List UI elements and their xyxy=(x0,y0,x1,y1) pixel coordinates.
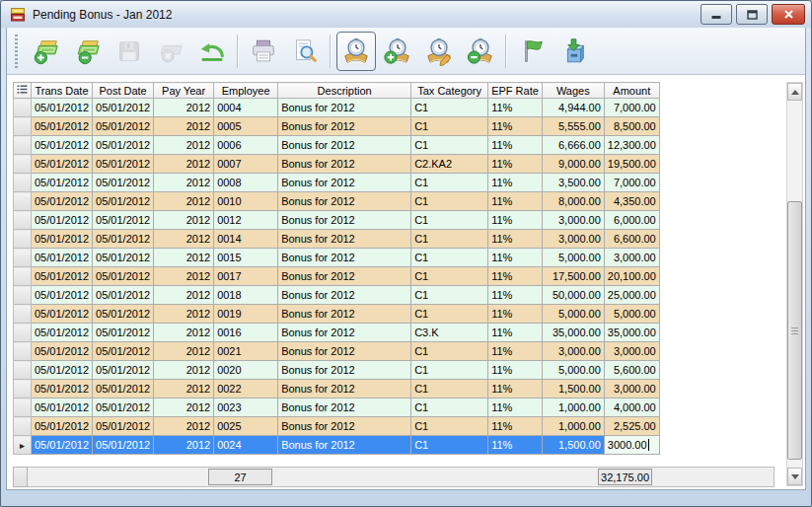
cell-employee[interactable]: 0006 xyxy=(214,136,278,155)
cell-post-date[interactable]: 05/01/2012 xyxy=(93,192,154,211)
cell-trans-date[interactable]: 05/01/2012 xyxy=(32,286,93,305)
cell-pay-year[interactable]: 2012 xyxy=(154,417,214,436)
scroll-up-button[interactable] xyxy=(787,83,802,101)
cell-tax-category[interactable]: C1 xyxy=(411,417,488,436)
cell-wages[interactable]: 17,500.00 xyxy=(542,267,604,286)
cell-trans-date[interactable]: 05/01/2012 xyxy=(32,436,93,455)
cell-epf-rate[interactable]: 11% xyxy=(488,211,543,230)
cell-post-date[interactable]: 05/01/2012 xyxy=(93,286,154,305)
column-header-pay-year[interactable]: Pay Year xyxy=(154,83,214,99)
vertical-scrollbar[interactable] xyxy=(786,82,803,486)
row-indicator[interactable] xyxy=(14,249,32,267)
cell-description[interactable]: Bonus for 2012 xyxy=(278,136,411,155)
cell-tax-category[interactable]: C1 xyxy=(411,117,488,136)
cell-tax-category[interactable]: C1 xyxy=(411,211,488,230)
cell-trans-date[interactable]: 05/01/2012 xyxy=(32,398,93,417)
cell-trans-date[interactable]: 05/01/2012 xyxy=(32,249,93,267)
cell-description[interactable]: Bonus for 2012 xyxy=(278,342,411,361)
row-indicator[interactable] xyxy=(14,380,32,398)
cell-tax-category[interactable]: C1 xyxy=(411,230,488,249)
cell-tax-category[interactable]: C1 xyxy=(411,380,488,398)
cell-tax-category[interactable]: C1 xyxy=(411,249,488,267)
cell-post-date[interactable]: 05/01/2012 xyxy=(93,324,154,342)
cell-amount[interactable]: 6,600.00 xyxy=(604,230,659,249)
column-header-description[interactable]: Description xyxy=(278,83,411,99)
pending-transactions-button[interactable] xyxy=(336,32,376,71)
add-pending-button[interactable] xyxy=(378,32,417,71)
cell-post-date[interactable]: 05/01/2012 xyxy=(93,361,154,380)
cell-wages[interactable]: 1,500.00 xyxy=(542,380,604,398)
cell-post-date[interactable]: 05/01/2012 xyxy=(93,305,154,324)
cell-wages[interactable]: 1,500.00 xyxy=(542,436,604,455)
cell-description[interactable]: Bonus for 2012 xyxy=(278,99,411,117)
cell-pay-year[interactable]: 2012 xyxy=(154,305,214,324)
cell-wages[interactable]: 35,000.00 xyxy=(542,324,604,342)
cell-trans-date[interactable]: 05/01/2012 xyxy=(32,174,93,192)
toolbar-grip[interactable] xyxy=(15,35,18,68)
row-indicator[interactable] xyxy=(14,155,32,174)
row-indicator[interactable] xyxy=(14,117,32,136)
cell-post-date[interactable]: 05/01/2012 xyxy=(93,342,154,361)
cell-employee[interactable]: 0021 xyxy=(214,342,278,361)
cell-post-date[interactable]: 05/01/2012 xyxy=(93,249,154,267)
column-header-post-date[interactable]: Post Date xyxy=(93,83,154,99)
cell-amount[interactable]: 4,350.00 xyxy=(604,192,659,211)
cell-post-date[interactable]: 05/01/2012 xyxy=(93,436,154,455)
cell-amount[interactable]: 7,000.00 xyxy=(604,99,659,117)
cell-epf-rate[interactable]: 11% xyxy=(488,267,543,286)
remove-record-button[interactable] xyxy=(68,32,108,71)
cell-trans-date[interactable]: 05/01/2012 xyxy=(32,324,93,342)
cell-post-date[interactable]: 05/01/2012 xyxy=(93,211,154,230)
cell-trans-date[interactable]: 05/01/2012 xyxy=(32,117,93,136)
cell-wages[interactable]: 9,000.00 xyxy=(542,155,604,174)
row-indicator[interactable] xyxy=(14,417,32,436)
cell-description[interactable]: Bonus for 2012 xyxy=(278,286,411,305)
cell-tax-category[interactable]: C1 xyxy=(411,174,488,192)
row-indicator[interactable] xyxy=(14,305,32,324)
cell-pay-year[interactable]: 2012 xyxy=(154,117,214,136)
cell-amount[interactable]: 25,000.00 xyxy=(604,286,659,305)
scrollbar-track[interactable] xyxy=(787,101,802,468)
row-indicator[interactable]: ▸ xyxy=(14,436,32,455)
cell-tax-category[interactable]: C1 xyxy=(411,436,488,455)
cell-tax-category[interactable]: C3.K xyxy=(411,324,488,342)
cell-employee[interactable]: 0023 xyxy=(214,398,278,417)
cell-trans-date[interactable]: 05/01/2012 xyxy=(32,99,93,117)
cell-pay-year[interactable]: 2012 xyxy=(154,211,214,230)
row-indicator[interactable] xyxy=(14,99,32,117)
column-chooser-button[interactable] xyxy=(14,83,32,99)
close-button[interactable] xyxy=(772,4,805,25)
cell-post-date[interactable]: 05/01/2012 xyxy=(93,174,154,192)
edit-pending-button[interactable] xyxy=(419,32,459,71)
row-indicator[interactable] xyxy=(14,398,32,417)
title-bar[interactable]: Pending Bonus - Jan 2012 xyxy=(1,1,811,28)
cell-amount[interactable]: 8,500.00 xyxy=(604,117,659,136)
cell-post-date[interactable]: 05/01/2012 xyxy=(93,398,154,417)
cell-amount[interactable]: 20,100.00 xyxy=(604,267,659,286)
cell-employee[interactable]: 0007 xyxy=(214,155,278,174)
print-preview-button[interactable] xyxy=(285,32,325,71)
cell-pay-year[interactable]: 2012 xyxy=(154,99,214,117)
cell-wages[interactable]: 3,000.00 xyxy=(542,230,604,249)
cell-employee[interactable]: 0008 xyxy=(214,174,278,192)
print-button[interactable] xyxy=(244,32,283,71)
cell-epf-rate[interactable]: 11% xyxy=(488,361,543,380)
cell-tax-category[interactable]: C1 xyxy=(411,192,488,211)
cell-epf-rate[interactable]: 11% xyxy=(488,342,543,361)
cell-tax-category[interactable]: C1 xyxy=(411,286,488,305)
cell-description[interactable]: Bonus for 2012 xyxy=(278,155,411,174)
cell-epf-rate[interactable]: 11% xyxy=(488,286,543,305)
cell-epf-rate[interactable]: 11% xyxy=(488,174,543,192)
column-header-epf-rate[interactable]: EPF Rate xyxy=(488,83,543,99)
cell-description[interactable]: Bonus for 2012 xyxy=(278,230,411,249)
row-indicator[interactable] xyxy=(14,361,32,380)
cell-epf-rate[interactable]: 11% xyxy=(488,136,543,155)
cell-pay-year[interactable]: 2012 xyxy=(154,324,214,342)
cell-post-date[interactable]: 05/01/2012 xyxy=(93,155,154,174)
cell-epf-rate[interactable]: 11% xyxy=(488,417,543,436)
cell-amount[interactable]: 3,000.00 xyxy=(604,380,659,398)
cell-wages[interactable]: 5,000.00 xyxy=(542,361,604,380)
cell-amount[interactable]: 7,000.00 xyxy=(604,174,659,192)
cell-employee[interactable]: 0024 xyxy=(214,436,278,455)
row-indicator[interactable] xyxy=(14,324,32,342)
